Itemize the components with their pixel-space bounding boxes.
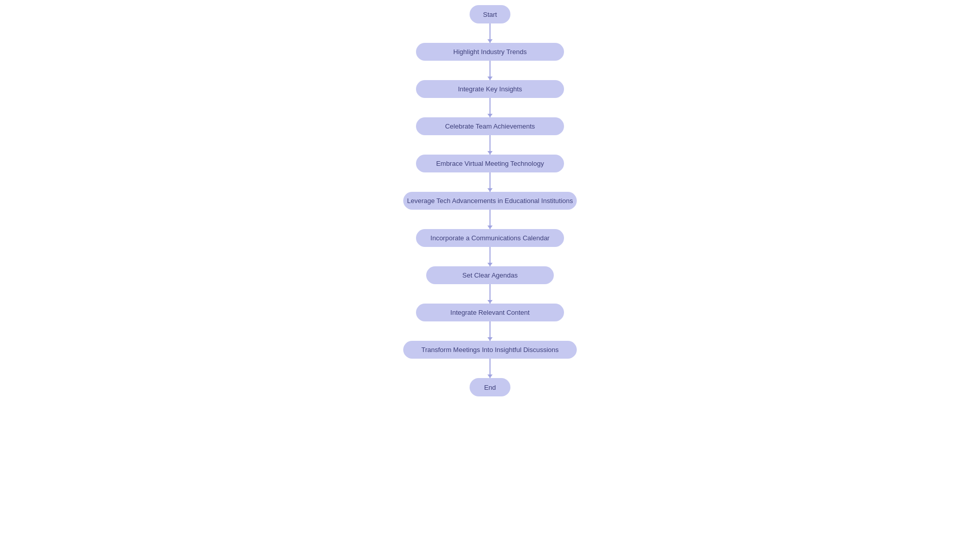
node-start[interactable]: Start	[470, 5, 510, 23]
connector-3	[489, 135, 491, 155]
connector-6	[489, 247, 491, 266]
connector-4	[489, 172, 491, 192]
node-integrate-relevant-content[interactable]: Integrate Relevant Content	[416, 304, 564, 321]
flowchart-container: Start Highlight Industry Trends Integrat…	[0, 0, 980, 551]
node-embrace-virtual-meeting-technology[interactable]: Embrace Virtual Meeting Technology	[416, 155, 564, 172]
node-integrate-relevant-content-label: Integrate Relevant Content	[450, 309, 529, 316]
node-end[interactable]: End	[470, 378, 510, 396]
node-end-label: End	[484, 384, 496, 391]
node-set-clear-agendas[interactable]: Set Clear Agendas	[426, 266, 554, 284]
node-set-clear-agendas-label: Set Clear Agendas	[462, 271, 518, 279]
connector-8	[489, 321, 491, 341]
node-transform-meetings-label: Transform Meetings Into Insightful Discu…	[421, 346, 558, 354]
node-highlight-industry-trends[interactable]: Highlight Industry Trends	[416, 43, 564, 61]
node-leverage-tech-advancements-label: Leverage Tech Advancements in Educationa…	[407, 197, 573, 205]
connector-5	[489, 210, 491, 229]
connector-0	[489, 23, 491, 43]
node-celebrate-team-achievements[interactable]: Celebrate Team Achievements	[416, 117, 564, 135]
connector-9	[489, 359, 491, 378]
node-celebrate-team-achievements-label: Celebrate Team Achievements	[445, 122, 535, 130]
connector-1	[489, 61, 491, 80]
node-embrace-virtual-meeting-technology-label: Embrace Virtual Meeting Technology	[436, 160, 544, 167]
node-highlight-industry-trends-label: Highlight Industry Trends	[453, 48, 527, 56]
node-incorporate-communications-calendar[interactable]: Incorporate a Communications Calendar	[416, 229, 564, 247]
node-leverage-tech-advancements[interactable]: Leverage Tech Advancements in Educationa…	[403, 192, 577, 210]
connector-2	[489, 98, 491, 117]
node-integrate-key-insights[interactable]: Integrate Key Insights	[416, 80, 564, 98]
node-start-label: Start	[483, 11, 497, 18]
connector-7	[489, 284, 491, 304]
node-integrate-key-insights-label: Integrate Key Insights	[458, 85, 522, 93]
node-transform-meetings[interactable]: Transform Meetings Into Insightful Discu…	[403, 341, 577, 359]
node-incorporate-communications-calendar-label: Incorporate a Communications Calendar	[430, 234, 549, 242]
